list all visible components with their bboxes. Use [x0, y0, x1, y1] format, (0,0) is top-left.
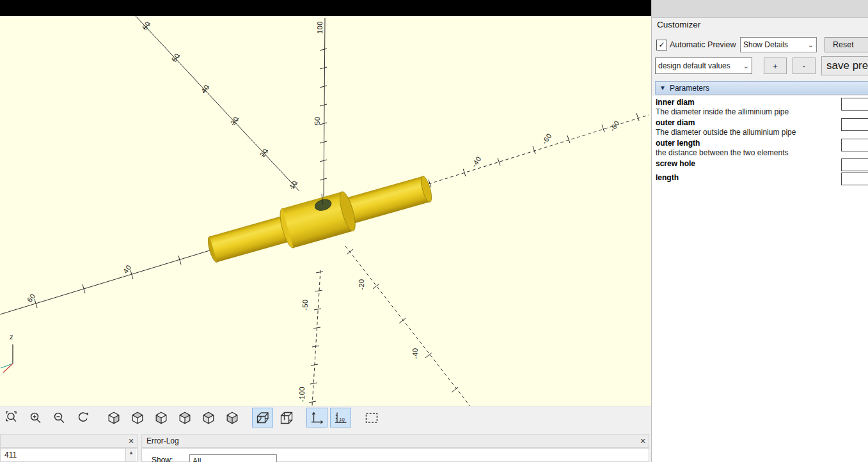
parameter-description: The diameter outside the alluminium pipe [656, 128, 868, 137]
view-back-button[interactable] [221, 408, 242, 427]
orthographic-view-button[interactable] [276, 408, 297, 427]
parameter-row: length [652, 173, 868, 187]
save-preset-label: save preset [826, 59, 868, 72]
reset-button-label: Reset [833, 40, 854, 49]
console-panel-header: × [0, 434, 138, 448]
view-all-icon [364, 410, 379, 426]
z-axis-label: z [10, 333, 13, 341]
zoom-in-button[interactable] [25, 408, 46, 427]
view-bottom-icon [154, 410, 169, 426]
3d-viewport[interactable]: 605040302010100504060-40-60-80-20-40-50-… [0, 16, 651, 406]
show-details-value: Show Details [743, 40, 788, 49]
view-top-button[interactable] [127, 408, 148, 427]
parameter-description: The diameter inside the alliminium pipe [656, 107, 868, 117]
error-log-filter-dropdown[interactable]: All [189, 454, 277, 462]
console-line-number: 411 [4, 450, 17, 459]
error-log-close-button[interactable]: × [637, 436, 649, 446]
view-all-button[interactable] [361, 408, 382, 427]
error-log-title: Error-Log [146, 436, 179, 445]
collapse-triangle-icon: ▼ [656, 84, 670, 91]
zoom-in-icon [28, 410, 43, 426]
save-preset-button[interactable]: save preset [821, 56, 868, 75]
parameters-header-label: Parameters [670, 84, 709, 93]
automatic-preview-label: Automatic Preview [670, 40, 736, 49]
minus-label: - [803, 61, 805, 71]
view-right-icon [106, 410, 122, 426]
zoom-all-icon [4, 410, 20, 426]
parameters-section-header[interactable]: ▼ Parameters [655, 81, 868, 95]
zoom-all-button[interactable] [1, 408, 22, 427]
perspective-view-button[interactable] [252, 408, 273, 427]
axis-tick-label: -100 [298, 387, 306, 402]
customizer-title: Customizer [657, 20, 700, 29]
add-preset-button[interactable]: + [764, 58, 787, 74]
perspective-icon [255, 410, 271, 426]
parameter-name: inner diam [656, 98, 868, 107]
scroll-up-icon[interactable]: ▲ [129, 450, 134, 461]
parameter-row: inner diamThe diameter inside the allimi… [652, 97, 868, 118]
parameter-value-input[interactable] [841, 98, 868, 111]
show-axes-icon [310, 410, 325, 426]
view-left-icon [177, 410, 193, 426]
parameter-name: outer length [656, 139, 868, 148]
error-log-panel-header: Error-Log × [141, 434, 649, 448]
top-black-bar [0, 0, 651, 16]
show-scale-markers-button[interactable]: 10 [330, 408, 351, 427]
parameters-list: inner diamThe diameter inside the allimi… [652, 96, 868, 462]
axis-tick-label: -50 [301, 299, 309, 310]
view-back-icon [225, 410, 240, 426]
view-bottom-button[interactable] [150, 408, 171, 427]
svg-text:10: 10 [339, 416, 344, 422]
parameter-value-input[interactable] [841, 173, 868, 185]
customizer-panel-titlebar [652, 0, 868, 18]
show-details-dropdown[interactable]: Show Details ⌄ [740, 37, 817, 52]
automatic-preview-checkbox[interactable]: ✓ [656, 40, 667, 50]
bottom-panels: × Error-Log × 411 ▲ Show: All [0, 429, 651, 462]
parameter-value-input[interactable] [841, 118, 868, 131]
parameter-value-input[interactable] [841, 139, 868, 151]
remove-preset-button[interactable]: - [793, 58, 816, 74]
parameter-name: screw hole [656, 159, 868, 169]
parameter-description: the distance between the two elements [656, 148, 868, 158]
axis-tick-label: 100 [316, 21, 324, 34]
reset-view-button[interactable] [72, 408, 93, 427]
error-log-show-label: Show: [152, 456, 173, 462]
axis-tick-label: 50 [313, 116, 321, 125]
zoom-out-icon [52, 410, 67, 426]
show-scale-markers-icon: 10 [333, 410, 349, 426]
3d-scene [0, 16, 651, 406]
view-right-button[interactable] [103, 408, 124, 427]
chevron-down-icon: ⌄ [743, 62, 749, 70]
console-panel-content: 411 ▲ [0, 448, 138, 462]
reset-view-icon [75, 410, 91, 426]
show-axes-button[interactable] [306, 408, 327, 427]
view-toolbar: 10 [0, 406, 651, 429]
checkbox-check-icon: ✓ [658, 40, 665, 49]
view-top-icon [130, 410, 145, 426]
parameter-name: length [656, 173, 868, 183]
axes-negative-ticks [309, 113, 639, 403]
view-front-icon [201, 410, 216, 426]
axis-tick-label: -20 [358, 279, 365, 289]
view-front-button[interactable] [198, 408, 219, 427]
plus-label: + [773, 61, 778, 71]
parameter-value-input[interactable] [841, 158, 868, 171]
view-left-button[interactable] [174, 408, 195, 427]
parameter-row: screw hole [652, 158, 868, 173]
zoom-out-button[interactable] [49, 408, 70, 427]
orientation-indicator [1, 344, 13, 373]
pipe-connector-model [204, 168, 436, 270]
reset-button[interactable]: Reset [825, 37, 868, 52]
parameter-name: outer diam [656, 118, 868, 128]
console-close-button[interactable]: × [125, 436, 137, 446]
orthographic-icon [279, 410, 294, 426]
customizer-panel: Customizer ✓ Automatic Preview Show Deta… [651, 0, 868, 462]
console-scrollbar[interactable]: ▲ [125, 449, 136, 461]
preset-dropdown-value: design default values [658, 61, 730, 70]
chevron-down-icon: ⌄ [808, 41, 814, 49]
axes-positive [0, 16, 327, 314]
parameter-row: outer diamThe diameter outside the allum… [652, 118, 868, 138]
axis-tick-label: -40 [411, 348, 419, 358]
error-log-content: Show: All [141, 448, 649, 462]
preset-dropdown[interactable]: design default values ⌄ [655, 58, 752, 74]
